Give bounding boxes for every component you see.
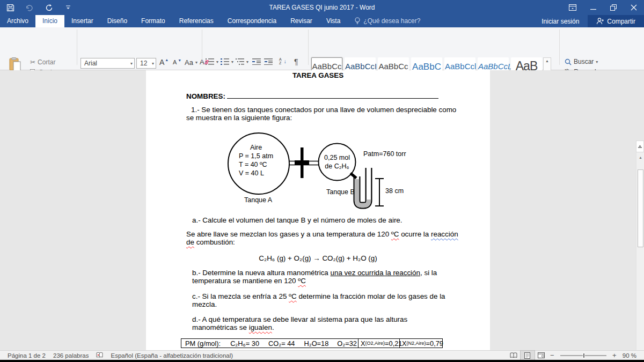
styles-scroll-up-icon[interactable]: ▲ — [545, 59, 549, 63]
close-icon[interactable] — [624, 0, 644, 15]
scroll-up-icon[interactable]: ▲ — [636, 153, 644, 161]
x-n2-cell: X(N2,Aire)=0,79 — [399, 339, 442, 348]
read-mode-icon[interactable] — [507, 351, 521, 360]
tell-me-box[interactable]: ¿Qué desea hacer? — [347, 15, 426, 27]
share-button[interactable]: Compartir — [588, 15, 644, 27]
tab-diseno[interactable]: Diseño — [100, 15, 134, 27]
zoom-in-button[interactable]: + — [611, 351, 618, 359]
problem-1-line1: 1.- Se tienen dos tanques conectados por… — [191, 106, 456, 114]
zoom-out-button[interactable]: − — [548, 351, 556, 359]
pm-label: PM (g/mol): — [185, 339, 221, 348]
font-family-combo[interactable]: Arial ▾ — [80, 58, 135, 69]
font-family-caret-icon: ▾ — [130, 61, 133, 66]
tab-vista[interactable]: Vista — [319, 15, 347, 27]
problem-1-line2: se muestra en la siguiente figura: — [186, 114, 292, 122]
tank-b-circle — [319, 144, 356, 181]
proofing-status-icon[interactable] — [96, 352, 103, 359]
increase-indent-icon — [264, 58, 273, 65]
p2-seg3: combustión: — [194, 238, 235, 246]
status-bar: Página 1 de 2 236 palabras Español (Espa… — [0, 350, 644, 360]
tank-a-pressure: P = 1,5 atm — [239, 152, 273, 160]
show-marks-button[interactable]: ¶ — [294, 57, 298, 66]
sign-in-link[interactable]: Iniciar sesión — [533, 15, 588, 27]
lightbulb-icon — [355, 17, 360, 25]
find-caret-icon: ▾ — [596, 60, 598, 64]
find-button[interactable]: Buscar ▾ — [565, 58, 598, 65]
search-icon — [565, 58, 572, 65]
style-sin-espaciado-sample: AaBbCc — [378, 62, 408, 71]
multilevel-list-button[interactable]: ▾ — [236, 58, 248, 65]
names-row: NOMBRES: — [186, 92, 438, 100]
document-page[interactable]: TAREA GASES NOMBRES: 1.- Se tienen dos t… — [146, 70, 490, 350]
zoom-slider[interactable] — [560, 355, 606, 356]
shrink-font-glyph: A — [173, 59, 177, 65]
bullets-button[interactable]: ▾ — [206, 58, 218, 65]
shrink-font-button[interactable]: A▼ — [173, 59, 181, 65]
grow-font-button[interactable]: A▲ — [159, 58, 169, 67]
font-size-combo[interactable]: 12 ▾ — [136, 58, 156, 69]
p2-degC: ºC — [391, 230, 399, 238]
tab-revisar[interactable]: Revisar — [283, 15, 319, 27]
tab-correspondencia[interactable]: Correspondencia — [221, 15, 283, 27]
tank-b-caption: Tanque B — [326, 188, 355, 196]
p2-seg2: ocurre la — [399, 230, 431, 238]
x-n2-sub: (N2,Aire) — [407, 341, 426, 346]
person-icon — [596, 18, 604, 25]
restore-icon[interactable] — [603, 0, 624, 15]
word-count[interactable]: 236 palabras — [53, 352, 89, 359]
change-case-button[interactable]: Aa▾ — [185, 58, 197, 67]
numbered-list-icon — [221, 58, 229, 65]
x-o2-sub: (O2,Aire) — [365, 341, 385, 346]
item-c-seg3: mezcla. — [192, 300, 217, 308]
document-area: TAREA GASES NOMBRES: 1.- Se tienen dos t… — [0, 70, 644, 350]
patm-label: Patm=760 torr — [363, 150, 406, 158]
bullets-caret-icon: ▾ — [216, 60, 218, 64]
x-o2-base: X — [361, 339, 365, 348]
p2-reaccion: reacción — [431, 230, 458, 238]
tab-inicio[interactable]: Inicio — [35, 15, 64, 27]
tank-b-moles: 0,25 mol — [324, 154, 350, 161]
height-label: 38 cm — [385, 187, 404, 195]
tab-archivo[interactable]: Archivo — [0, 15, 35, 27]
item-d-seg3: . — [272, 323, 274, 331]
grow-caret-icon: ▲ — [165, 58, 169, 62]
item-c-seg1: c.- Si la mezcla se enfría a 25 — [192, 292, 289, 300]
p2-de: de — [186, 238, 194, 246]
scissors-icon: ✂ — [30, 58, 35, 66]
height-bracket — [375, 179, 384, 206]
ribbon-display-options-icon[interactable] — [562, 0, 583, 15]
numbering-button[interactable]: ▾ — [221, 58, 233, 65]
pm-c2h6: C₂H₆= 30 — [230, 339, 259, 348]
tank-a-caption: Tanque A — [244, 196, 273, 204]
decrease-indent-button[interactable] — [252, 58, 261, 65]
find-label: Buscar — [574, 58, 594, 65]
item-d: d.- A qué temperatura se debe llevar al … — [192, 315, 460, 331]
minimize-icon[interactable] — [583, 0, 603, 15]
ruler-toggle-button[interactable] — [636, 141, 644, 152]
share-label: Compartir — [607, 18, 635, 25]
scrollbar-thumb[interactable] — [638, 169, 643, 247]
x-n2-value: =0,79 — [426, 339, 443, 348]
shrink-caret-icon: ▼ — [178, 58, 181, 62]
increase-indent-button[interactable] — [264, 58, 273, 65]
bullet-list-icon — [206, 58, 214, 65]
tab-formato[interactable]: Formato — [134, 15, 172, 27]
change-case-caret-icon: ▾ — [195, 60, 197, 65]
item-b: b.- Determine la nueva altura manométric… — [192, 269, 460, 285]
item-d-igualen: igualen — [249, 323, 272, 331]
style-normal-sample: AaBbCc — [312, 62, 342, 71]
web-layout-icon[interactable] — [535, 351, 548, 360]
cut-button[interactable]: ✂ Cortar — [30, 58, 55, 66]
sort-button[interactable]: AZ ↓ — [279, 57, 287, 65]
item-b-seg1: b.- Determine la nueva altura manométric… — [192, 269, 331, 277]
tab-insertar[interactable]: Insertar — [64, 15, 100, 27]
vertical-scrollbar[interactable]: ▲ ▼ — [636, 141, 644, 350]
print-layout-icon[interactable] — [521, 351, 535, 360]
language-status[interactable]: Español (España - alfabetización tradici… — [111, 352, 233, 359]
page-count[interactable]: Página 1 de 2 — [8, 352, 46, 359]
sort-arrow-icon: ↓ — [284, 58, 287, 64]
zoom-slider-thumb[interactable] — [583, 353, 585, 358]
tab-referencias[interactable]: Referencias — [172, 15, 221, 27]
zoom-level[interactable]: 90 % — [623, 352, 636, 359]
window-controls — [562, 0, 644, 15]
